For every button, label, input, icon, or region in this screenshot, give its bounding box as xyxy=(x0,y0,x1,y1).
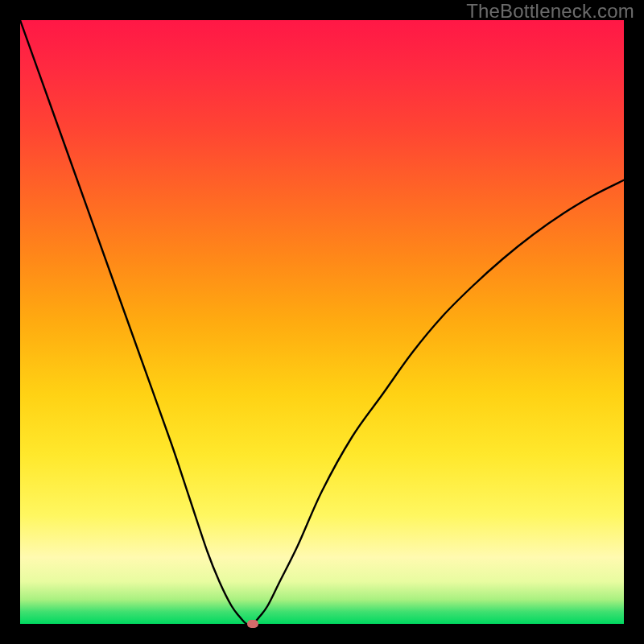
curve-path xyxy=(20,20,624,624)
watermark-text: TheBottleneck.com xyxy=(466,0,634,23)
plot-area xyxy=(20,20,624,624)
optimum-marker xyxy=(247,620,258,628)
chart-frame: TheBottleneck.com xyxy=(0,0,644,644)
bottleneck-curve xyxy=(20,20,624,624)
